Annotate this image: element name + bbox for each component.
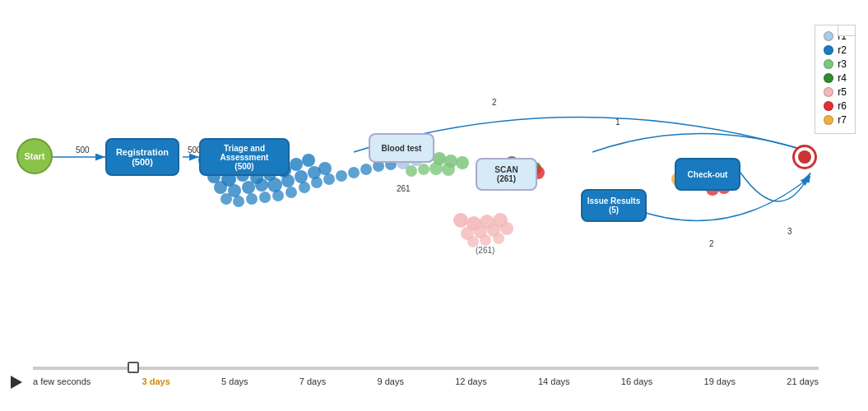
time-label: 12 days (455, 376, 487, 386)
svg-point-14 (302, 154, 315, 167)
svg-point-27 (259, 192, 271, 203)
issue-results-label: Issue Results(5) (587, 196, 640, 215)
triage-label: Triage and Assessment(500) (202, 144, 286, 171)
time-label: a few seconds (33, 376, 91, 386)
time-label: 19 days (704, 376, 736, 386)
svg-point-60 (480, 215, 494, 229)
svg-point-46 (418, 164, 429, 175)
legend-item-r2: r2 (824, 44, 847, 56)
svg-point-28 (272, 190, 284, 201)
start-label: Start (24, 151, 44, 161)
svg-point-20 (281, 174, 295, 187)
svg-point-61 (493, 213, 508, 228)
svg-point-17 (242, 181, 255, 194)
svg-point-63 (474, 225, 487, 238)
svg-point-47 (429, 162, 443, 175)
svg-point-48 (442, 163, 455, 176)
svg-point-59 (466, 216, 481, 231)
end-node (792, 145, 817, 169)
svg-point-29 (285, 187, 297, 198)
svg-point-23 (318, 162, 332, 175)
triage-node[interactable]: Triage and Assessment(500) (199, 138, 290, 176)
checkout-node[interactable]: Check-out (675, 158, 740, 191)
svg-point-33 (336, 170, 347, 182)
legend-panel (838, 25, 856, 36)
svg-text:3: 3 (787, 227, 792, 236)
time-label: 5 days (221, 376, 248, 386)
svg-point-19 (267, 178, 282, 192)
issue-results-node[interactable]: Issue Results(5) (581, 189, 647, 222)
svg-point-65 (500, 222, 513, 235)
time-label: 16 days (621, 376, 653, 386)
time-label: 21 days (787, 376, 819, 386)
legend-item-r4: r4 (824, 72, 847, 84)
svg-point-21 (295, 170, 308, 183)
svg-point-68 (493, 233, 504, 244)
play-button[interactable] (8, 374, 25, 390)
time-label: 9 days (377, 376, 403, 386)
svg-point-25 (233, 196, 244, 207)
legend: r1r2r3r4r5r6r7 (815, 25, 856, 134)
svg-point-34 (348, 167, 360, 178)
time-label: 3 days (142, 376, 170, 386)
start-node: Start (16, 138, 53, 174)
svg-point-24 (220, 193, 232, 205)
svg-point-62 (461, 227, 474, 240)
play-icon (11, 376, 22, 389)
time-labels: a few seconds3 days5 days7 days9 days12 … (33, 376, 819, 386)
timeline: a few seconds3 days5 days7 days9 days12 … (33, 367, 819, 386)
svg-point-44 (456, 156, 469, 169)
svg-point-18 (255, 178, 268, 192)
svg-text:2: 2 (709, 239, 714, 248)
svg-point-67 (480, 234, 491, 246)
bloodtest-node[interactable]: Blood test (369, 133, 434, 163)
svg-point-13 (290, 158, 303, 171)
legend-item-r3: r3 (824, 58, 847, 70)
registration-node[interactable]: Registration(500) (105, 138, 179, 176)
main-canvas: r1r2r3r4r5r6r7 (0, 0, 868, 411)
svg-point-31 (311, 177, 323, 188)
legend-item-r6: r6 (824, 100, 847, 112)
svg-point-66 (467, 236, 479, 247)
svg-point-16 (228, 184, 241, 197)
svg-point-26 (246, 193, 258, 205)
timeline-track[interactable] (33, 367, 819, 370)
svg-point-22 (308, 166, 321, 179)
svg-point-30 (299, 182, 310, 193)
svg-point-64 (487, 224, 500, 237)
svg-point-15 (214, 181, 227, 194)
svg-text:261: 261 (397, 184, 411, 193)
svg-text:1: 1 (615, 118, 620, 127)
legend-item-r5: r5 (824, 86, 847, 98)
checkout-label: Check-out (688, 170, 728, 179)
svg-point-43 (444, 155, 457, 168)
time-label: 7 days (299, 376, 326, 386)
timeline-handle[interactable] (128, 362, 139, 373)
svg-text:(261): (261) (476, 246, 494, 255)
scan-node[interactable]: SCAN(261) (476, 158, 537, 191)
svg-point-45 (406, 165, 417, 177)
svg-point-32 (323, 173, 335, 185)
end-node-inner (798, 150, 811, 164)
time-label: 14 days (538, 376, 570, 386)
svg-point-58 (453, 213, 468, 228)
svg-text:2: 2 (492, 98, 497, 107)
scan-label: SCAN(261) (494, 165, 518, 183)
svg-point-42 (433, 152, 446, 165)
svg-text:500: 500 (76, 145, 90, 155)
bloodtest-label: Blood test (382, 144, 422, 153)
registration-label: Registration(500) (116, 147, 169, 167)
legend-item-r7: r7 (824, 114, 847, 126)
svg-point-35 (360, 164, 372, 175)
